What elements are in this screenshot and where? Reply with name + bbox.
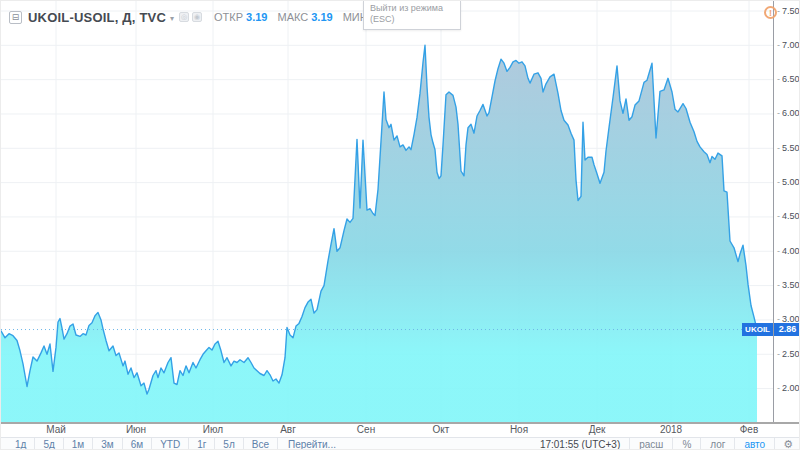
ohlc-откр: ОТКР3.19 <box>214 11 267 23</box>
series-settings-icon[interactable]: ◉ <box>192 12 202 22</box>
y-tick-label: -6.00 <box>777 108 800 118</box>
ohlc-макс: МАКС3.19 <box>277 11 332 23</box>
toggle-расш[interactable]: расш <box>630 438 673 450</box>
toggle-авто[interactable]: авто <box>735 438 775 450</box>
last-price-symbol-tag: UKOIL <box>742 323 773 336</box>
toolbar-right: 17:01:55 (UTC+3) расш%логавто ⚙ <box>531 438 795 450</box>
x-tick-label: Окт <box>433 424 450 435</box>
gear-icon[interactable]: ⚙ <box>775 438 795 450</box>
alert-icon[interactable]: ! <box>764 6 777 19</box>
range-button-1д[interactable]: 1д <box>7 438 35 450</box>
y-tick-label: -2.50 <box>777 349 800 359</box>
chart-pane[interactable]: -7.50-7.00-6.50-6.00-5.50-5.00-4.50-4.00… <box>1 1 800 424</box>
y-tick-label: -6.50 <box>777 74 800 84</box>
goto-date-button[interactable]: Перейти... <box>278 438 346 450</box>
collapse-icon[interactable]: ⊟ <box>9 11 22 24</box>
chevron-down-icon[interactable]: ▾ <box>170 14 174 23</box>
x-tick-label: Сен <box>357 424 375 435</box>
toggle-лог[interactable]: лог <box>701 438 735 450</box>
toggle-%[interactable]: % <box>673 438 701 450</box>
range-button-6м[interactable]: 6м <box>123 438 152 450</box>
range-button-1г[interactable]: 1г <box>189 438 215 450</box>
exit-mode-tooltip: Выйти из режима (ESC) <box>363 1 461 30</box>
tooltip-title: Выйти из режима <box>370 3 454 14</box>
x-tick-label: Июн <box>126 424 146 435</box>
symbol-title[interactable]: UKOIL-USOIL, Д, TVC <box>28 10 166 25</box>
range-button-1м[interactable]: 1м <box>64 438 93 450</box>
range-switcher: 1д5д1м3м6мYTD1г5лВсеПерейти... <box>7 438 346 450</box>
price-axis[interactable]: -7.50-7.00-6.50-6.00-5.50-5.00-4.50-4.00… <box>773 1 800 422</box>
tooltip-subtitle: (ESC) <box>370 14 454 25</box>
y-tick-label: -3.50 <box>777 280 800 290</box>
x-tick-label: Дек <box>589 424 606 435</box>
clock[interactable]: 17:01:55 (UTC+3) <box>531 438 630 450</box>
y-tick-label: -7.50 <box>777 6 800 16</box>
x-tick-label: Фев <box>740 424 758 435</box>
x-tick-label: 2018 <box>660 424 682 435</box>
y-tick-label: -5.00 <box>777 177 800 187</box>
y-tick-label: -5.50 <box>777 143 800 153</box>
y-tick-label: -4.00 <box>777 246 800 256</box>
hide-series-icon[interactable]: ◎ <box>179 12 189 22</box>
y-tick-label: -2.00 <box>777 383 800 393</box>
time-axis[interactable]: МайИюнИюлАвгСенОктНояДек2018Фев <box>1 424 800 437</box>
x-tick-label: Июл <box>203 424 223 435</box>
x-tick-label: Май <box>46 424 66 435</box>
area-fill <box>1 45 757 422</box>
x-tick-label: Авг <box>280 424 296 435</box>
range-button-3м[interactable]: 3м <box>93 438 122 450</box>
y-tick-label: -7.00 <box>777 40 800 50</box>
range-button-5л[interactable]: 5л <box>215 438 243 450</box>
bottom-toolbar: 1д5д1м3м6мYTD1г5лВсеПерейти... 17:01:55 … <box>1 437 800 450</box>
price-area-chart[interactable] <box>1 1 773 422</box>
range-button-все[interactable]: Все <box>244 438 278 450</box>
trading-chart-window: -7.50-7.00-6.50-6.00-5.50-5.00-4.50-4.00… <box>0 0 800 450</box>
range-button-5д[interactable]: 5д <box>35 438 63 450</box>
last-price-value-tag: 2.86 <box>774 323 800 336</box>
x-tick-label: Ноя <box>510 424 528 435</box>
range-button-ytd[interactable]: YTD <box>152 438 189 450</box>
y-tick-label: -4.50 <box>777 211 800 221</box>
